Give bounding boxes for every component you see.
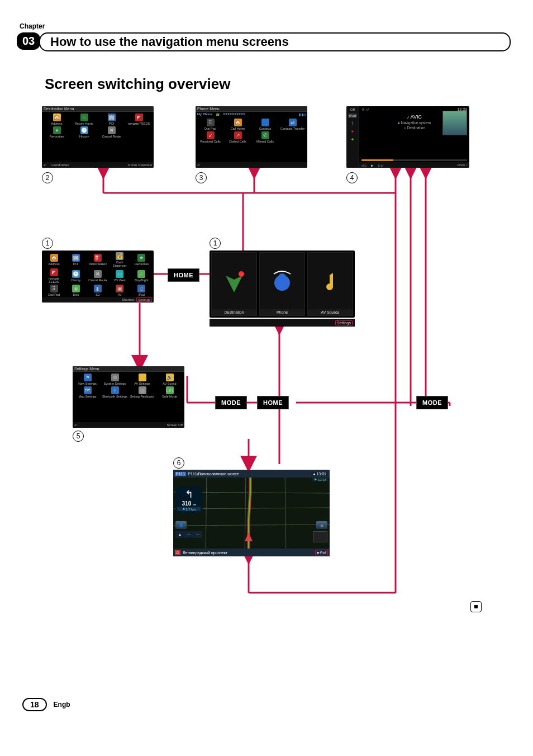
chapter-label: Chapter bbox=[20, 22, 45, 30]
bluetooth-icon: ᚼ bbox=[351, 120, 354, 126]
screenshot-av-source: Off iPod ᚼ ● ● ⤨ ↺ 13:33 ♪ AVIC ● Naviga… bbox=[346, 106, 469, 168]
callout-5: 5 bbox=[73, 431, 84, 442]
svg-point-17 bbox=[239, 271, 244, 277]
feeds-icon: ◤ bbox=[135, 114, 143, 121]
dest-item-favourites: ★Favourites bbox=[44, 126, 70, 138]
call-home-icon: 🏠 bbox=[234, 119, 242, 126]
screen-off-label: Screen Off bbox=[166, 423, 183, 427]
phone-dial-pad: ⠿Dial Pad bbox=[197, 119, 223, 130]
navi-settings-icon: ⚑ bbox=[84, 374, 92, 381]
phone-missed: ✆Missed Calls bbox=[252, 131, 278, 143]
top-pane-phone: Phone bbox=[259, 252, 305, 316]
map-inset bbox=[313, 531, 327, 542]
language-code: Engb bbox=[54, 701, 70, 708]
dest-item-cancel-route: ✖Cancel Route bbox=[98, 126, 125, 138]
back-icon: ↶ bbox=[74, 423, 77, 427]
dest-item-address: 🏠Address bbox=[44, 114, 70, 125]
av-settings-icon: ♪ bbox=[139, 374, 146, 381]
top-pane-av-source: AV Source bbox=[307, 252, 353, 316]
section-heading: Screen switching overview bbox=[45, 75, 230, 93]
section-end-icon bbox=[470, 601, 482, 612]
screenshot-shortcut-menu: 🏠Address 🏢POI ⛽Petrol Station 💰Cash Disp… bbox=[42, 251, 154, 303]
transfer-icon: ⇄ bbox=[289, 119, 297, 126]
dialpad-icon: ⠿ bbox=[207, 119, 215, 126]
shortcut-tab: Shortcut bbox=[122, 298, 134, 301]
phone-name: My Phone bbox=[197, 112, 212, 116]
phone-received: ↙Received Calls bbox=[197, 131, 223, 143]
atm-icon: 💰 bbox=[116, 252, 123, 260]
screenshot-phone-menu: Phone Menu My Phone ☎XXXXXXXXXX ▮ ▮.il ⠿… bbox=[196, 106, 307, 168]
road-badge: P111 bbox=[175, 472, 186, 476]
star-icon: ★ bbox=[137, 254, 145, 262]
callout-1-left: 1 bbox=[42, 238, 53, 249]
dest-item-feeds: ◤navgate FEEDS bbox=[126, 114, 152, 125]
callout-2: 2 bbox=[42, 172, 53, 183]
settings-button-highlight: Settings bbox=[136, 297, 152, 302]
received-calls-icon: ↙ bbox=[207, 131, 215, 139]
return-home-icon: ⌂ bbox=[80, 114, 88, 121]
map-scale: ▲—— bbox=[175, 531, 202, 538]
settings-menu-title: Settings Menu bbox=[73, 366, 184, 372]
2d-view-icon: ▭ bbox=[116, 270, 123, 278]
av-sound-icon: 🔊 bbox=[166, 374, 174, 381]
feeds-icon: ◤ bbox=[50, 268, 58, 276]
road-name-top: P111/Волоколамское шоссе bbox=[188, 472, 239, 476]
map-ui-button-right: ⌂ bbox=[316, 521, 327, 529]
road-name-bottom: Ленинградский проспект bbox=[183, 551, 227, 555]
turn-distance: 310 m bbox=[177, 500, 201, 507]
dest-item-history: 🕑History bbox=[71, 126, 97, 138]
contacts-icon: 👤 bbox=[261, 119, 269, 126]
music-note-graphic-icon bbox=[316, 267, 344, 295]
svg-point-19 bbox=[278, 273, 286, 281]
screenshot-destination-menu: Destination Menu 🏠Address ⌂Return Home 🏢… bbox=[42, 106, 154, 168]
missed-calls-icon: ✆ bbox=[261, 131, 269, 139]
callout-4: 4 bbox=[346, 172, 358, 183]
route-distance: ⚑ 3.7 km bbox=[177, 507, 201, 511]
dest-item-poi: 🏢POI bbox=[98, 114, 125, 125]
shuffle-icon: ⤨ ↺ bbox=[361, 107, 369, 112]
phone-menu-header: Phone Menu bbox=[196, 106, 307, 112]
page-number: 18 bbox=[22, 698, 47, 711]
sd-icon: ▮ bbox=[94, 285, 102, 292]
phone-call-home: 🏠Call Home bbox=[225, 119, 251, 130]
page-footer: 18 Engb bbox=[22, 698, 70, 711]
poi-icon: 🏢 bbox=[72, 254, 80, 262]
cancel-route-icon: ✖ bbox=[108, 126, 116, 134]
phone-contacts: 👤Contacts bbox=[252, 119, 278, 130]
destination-footer: ↶ Coordinates Route Overview bbox=[42, 162, 154, 168]
map-settings-icon: 🗺 bbox=[84, 386, 92, 394]
ipod-icon: ▯ bbox=[137, 285, 145, 292]
replicator-icon: ◎ bbox=[139, 386, 146, 394]
next-track-icon: ▷▷ bbox=[378, 163, 384, 167]
signal-icon: ▮ ▮.il bbox=[299, 112, 306, 116]
screenshot-settings-menu: Settings Menu ⚑Navi Settings ⚙System Set… bbox=[73, 366, 184, 428]
av-source-ipod: iPod bbox=[348, 114, 357, 118]
prev-track-icon: ◁◁ bbox=[361, 163, 367, 167]
topmenu-settings-button-highlight: Settings bbox=[335, 320, 353, 325]
traffic-icon: ⚠ bbox=[175, 550, 180, 555]
map-ui-button-left: 👤 bbox=[175, 521, 187, 529]
mode-button-chip-right: MODE bbox=[416, 396, 448, 409]
dialled-calls-icon: ↗ bbox=[234, 131, 242, 139]
screenshot-top-menu: Destination Phone AV Source bbox=[210, 251, 355, 318]
back-icon: ↶ bbox=[44, 163, 46, 167]
history-icon: 🕑 bbox=[72, 270, 80, 278]
album-art bbox=[442, 111, 467, 135]
destination-graphic-icon bbox=[220, 267, 248, 295]
top-pane-destination: Destination bbox=[211, 252, 257, 316]
av-icon: ▣ bbox=[116, 285, 123, 292]
play-icon: ▶ bbox=[371, 163, 374, 167]
genre-label: Rock ♪ bbox=[458, 163, 468, 167]
address-icon: 🏠 bbox=[50, 254, 58, 262]
poi-icon: 🏢 bbox=[108, 114, 116, 121]
screenshot-map: P111 P111/Волоколамское шоссе ● 13:01 ⚑ … bbox=[173, 470, 330, 556]
system-settings-icon: ⚙ bbox=[111, 374, 119, 381]
dest-item-return-home: ⌂Return Home bbox=[71, 114, 97, 125]
phone-footer: ↶ bbox=[196, 162, 307, 168]
map-av-source-highlight: ▶ iPod bbox=[315, 550, 328, 555]
callout-1-right: 1 bbox=[210, 238, 221, 249]
chapter-number-badge: 03 bbox=[17, 32, 40, 50]
source-dot-icon: ● bbox=[351, 129, 354, 134]
map-time-1: ● 13:01 bbox=[311, 472, 328, 476]
phone-transfer: ⇄Contacts Transfer bbox=[279, 119, 306, 130]
